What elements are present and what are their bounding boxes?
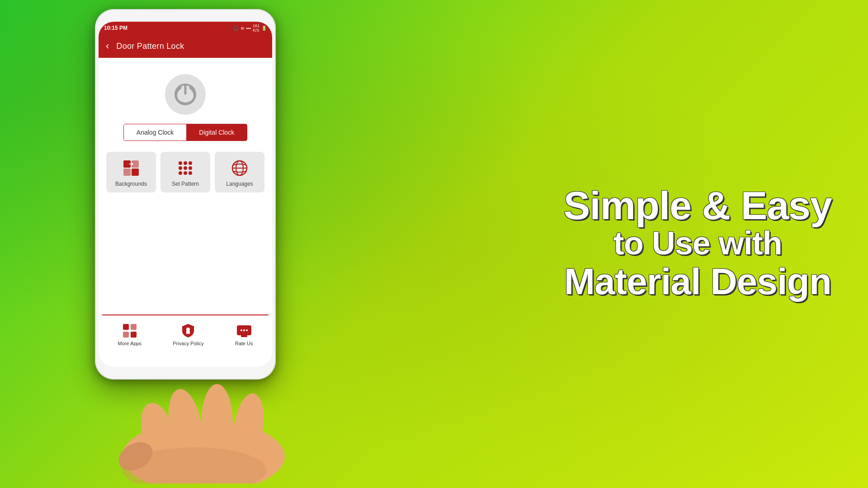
signal-icon: ▪▪▪ <box>246 26 251 31</box>
svg-point-5 <box>179 161 182 165</box>
clock-toggle-row: Analog Clock Digital Clock <box>106 124 265 141</box>
right-text-block: Simple & Easy to Use with Material Desig… <box>563 186 832 302</box>
battery-icon: 🔋 <box>261 26 267 31</box>
app-title: Door Pattern Lock <box>116 42 184 51</box>
data-speed: 161K/S <box>253 23 259 33</box>
power-svg <box>173 82 198 107</box>
svg-point-9 <box>184 166 187 170</box>
app-bar: ‹ Door Pattern Lock <box>99 34 272 58</box>
svg-rect-18 <box>131 324 137 330</box>
status-bar: 10:15 PM 🎧 ≋ ▪▪▪ 161K/S 🔋 <box>99 22 272 34</box>
wifi-icon: ≋ <box>241 26 244 31</box>
phone-screen: 10:15 PM 🎧 ≋ ▪▪▪ 161K/S 🔋 ‹ Door Pattern… <box>99 22 272 367</box>
svg-rect-4 <box>132 169 139 176</box>
status-icons: 🎧 ≋ ▪▪▪ 161K/S 🔋 <box>233 23 267 33</box>
languages-button[interactable]: Languages <box>215 152 264 192</box>
svg-point-7 <box>189 161 192 165</box>
languages-icon <box>231 159 249 177</box>
headline-line2: to Use with <box>563 225 832 261</box>
svg-point-8 <box>179 166 182 170</box>
languages-label: Languages <box>226 181 253 187</box>
svg-point-12 <box>184 171 187 175</box>
hand-svg <box>104 330 330 483</box>
status-time: 10:15 PM <box>104 25 127 31</box>
svg-point-10 <box>189 166 192 170</box>
set-pattern-label: Set Pattern <box>172 181 199 187</box>
set-pattern-icon <box>176 159 194 177</box>
phone-body: 10:15 PM 🎧 ≋ ▪▪▪ 161K/S 🔋 ‹ Door Pattern… <box>95 9 276 380</box>
hand-area <box>104 330 330 488</box>
headline-line1: Simple & Easy <box>563 186 832 225</box>
grid-buttons-row: Backgrounds <box>106 152 265 192</box>
svg-rect-17 <box>123 324 129 330</box>
phone-mockup: 10:15 PM 🎧 ≋ ▪▪▪ 161K/S 🔋 ‹ Door Pattern… <box>68 9 303 479</box>
svg-rect-3 <box>123 169 131 176</box>
back-button[interactable]: ‹ <box>106 41 109 51</box>
set-pattern-button[interactable]: Set Pattern <box>160 152 210 192</box>
backgrounds-icon <box>122 159 140 177</box>
screen-content: Analog Clock Digital Clock <box>99 58 272 192</box>
svg-point-11 <box>179 171 182 175</box>
headline-line3: Material Design <box>563 262 832 302</box>
headphone-icon: 🎧 <box>233 26 239 31</box>
clock-toggle-group: Analog Clock Digital Clock <box>123 124 247 141</box>
analog-clock-button[interactable]: Analog Clock <box>124 124 187 141</box>
power-icon-container <box>106 74 265 115</box>
svg-point-13 <box>189 171 192 175</box>
svg-point-6 <box>184 161 187 165</box>
power-icon[interactable] <box>165 74 206 115</box>
digital-clock-button[interactable]: Digital Clock <box>186 124 247 141</box>
backgrounds-label: Backgrounds <box>115 181 147 187</box>
backgrounds-button[interactable]: Backgrounds <box>106 152 156 192</box>
